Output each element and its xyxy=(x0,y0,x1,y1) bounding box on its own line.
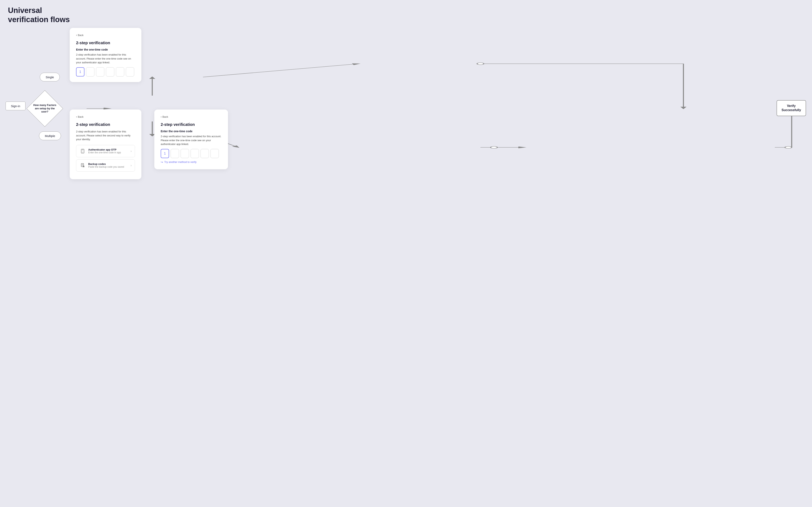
chevron-right-icon-backup: › xyxy=(131,164,132,167)
method-backup[interactable]: Backup codes Paste the backup code you s… xyxy=(76,159,135,172)
single-node: Single xyxy=(40,73,60,81)
swap-icon: ↪ xyxy=(161,161,163,164)
verify-node: Verify Successfully xyxy=(776,100,806,116)
otp-br-box-3[interactable] xyxy=(181,149,189,158)
card-bl-description: 2-step verification has been enabled for… xyxy=(76,130,135,142)
card-br-description: 2-step verification has been enabled for… xyxy=(161,134,222,146)
card-method-select: ‹ Back 2-step verification 2-step verifi… xyxy=(70,110,141,179)
otp-box-1[interactable]: 1 xyxy=(76,67,84,76)
svg-rect-14 xyxy=(81,149,84,153)
back-arrow-icon: ‹ xyxy=(76,34,77,37)
back-arrow-icon-br: ‹ xyxy=(161,115,162,118)
authenticator-icon xyxy=(79,148,86,154)
card-br-section-title: Enter the one-time code xyxy=(161,130,222,133)
signin-node: Sign-in xyxy=(6,102,25,110)
otp-box-6[interactable] xyxy=(126,67,134,76)
back-arrow-icon-bl: ‹ xyxy=(76,115,77,118)
chevron-right-icon-auth: › xyxy=(131,149,132,153)
try-another-method[interactable]: ↪ Try another method to verify xyxy=(161,161,222,164)
otp-box-3[interactable] xyxy=(96,67,104,76)
svg-point-15 xyxy=(82,152,83,152)
diamond-label: How many Factors are setup by the user? xyxy=(32,96,58,121)
otp-br-box-4[interactable] xyxy=(190,149,199,158)
card-top-section-title: Enter the one-time code xyxy=(76,48,135,51)
svg-point-13 xyxy=(477,63,484,65)
svg-point-8 xyxy=(490,146,498,148)
otp-box-4[interactable] xyxy=(106,67,114,76)
card-top-description: 2-step verification has been enabled for… xyxy=(76,53,135,64)
diagram: Sign-in How many Factors are setup by th… xyxy=(0,24,812,195)
card-single-factor: ‹ Back 2-step verification Enter the one… xyxy=(70,28,141,82)
otp-box-5[interactable] xyxy=(116,67,124,76)
otp-input-row-top: 1 xyxy=(76,67,135,76)
backup-icon xyxy=(79,162,86,169)
card-bl-title: 2-step verification xyxy=(76,122,135,127)
method-backup-left: Backup codes Paste the backup code you s… xyxy=(79,162,124,169)
back-button-bottom-right[interactable]: ‹ Back xyxy=(161,115,222,118)
page-title: Universal verification flows xyxy=(8,6,70,24)
otp-br-box-5[interactable] xyxy=(200,149,209,158)
otp-box-2[interactable] xyxy=(86,67,95,76)
method-authenticator-text: Authenticator app OTP Enter the one-time… xyxy=(88,148,121,154)
otp-br-box-6[interactable] xyxy=(211,149,219,158)
svg-line-3 xyxy=(203,64,359,77)
method-backup-text: Backup codes Paste the backup code you s… xyxy=(88,163,124,168)
otp-br-box-2[interactable] xyxy=(171,149,179,158)
method-authenticator[interactable]: Authenticator app OTP Enter the one-time… xyxy=(76,145,135,157)
back-button-bottom-left[interactable]: ‹ Back xyxy=(76,115,135,118)
card-top-title: 2-step verification xyxy=(76,41,135,45)
svg-point-11 xyxy=(785,146,792,148)
otp-input-row-br: 1 xyxy=(161,149,222,158)
back-button-top[interactable]: ‹ Back xyxy=(76,34,135,37)
card-multiple-otp: ‹ Back 2-step verification Enter the one… xyxy=(154,110,228,169)
method-authenticator-left: Authenticator app OTP Enter the one-time… xyxy=(79,148,121,154)
multiple-node: Multiple xyxy=(39,131,61,140)
otp-br-box-1[interactable]: 1 xyxy=(161,149,169,158)
card-br-title: 2-step verification xyxy=(161,122,222,127)
